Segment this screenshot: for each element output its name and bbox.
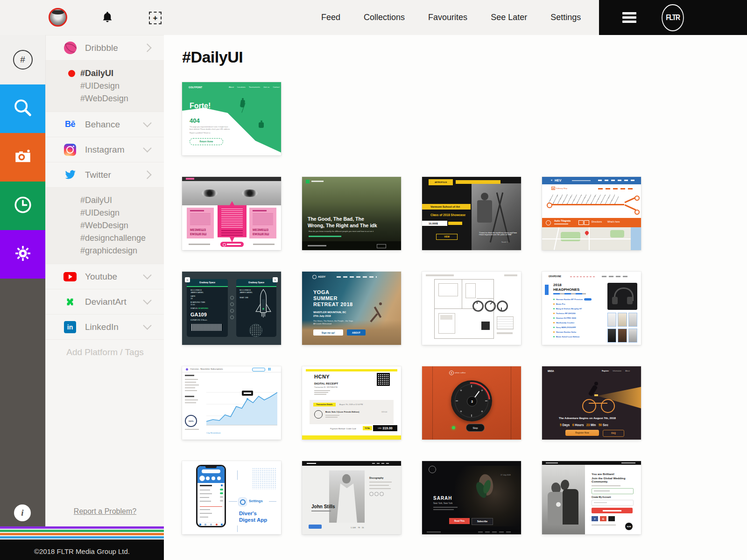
headphone-item[interactable]: Technics RP-DH1200 [556,312,576,315]
card-yoga-retreat[interactable]: AGOY YOGA SUMMER RETREAT 2018 WHISTLER M… [302,272,401,345]
card-digital-receipt[interactable]: HCNY DIGITAL RECEIPT Transaction ID: 181… [302,366,401,440]
sarah-read-button[interactable]: Read This [449,518,470,524]
sidebar-item-linkedin[interactable]: in LinkedIn [46,315,164,340]
yoga-signup-button[interactable]: Sign me up! [313,329,343,336]
sidebar-item-behance[interactable]: Bē Behance [46,112,164,137]
korean-cta-button[interactable] [220,242,244,247]
social-button[interactable] [608,516,615,521]
notifications-bell-icon[interactable] [101,11,114,26]
timer-dial[interactable]: 3 [451,380,492,421]
add-platform-placeholder[interactable]: Add Platform / Tags [46,347,164,357]
total-label: TOTAL [365,427,370,429]
user-avatar[interactable] [49,8,67,27]
timer-stop-button[interactable]: Stop [466,424,485,432]
report-problem-link[interactable]: Report a Problem? [46,507,164,516]
card-john-stills[interactable]: John Stills Discography 1.10K 79 15 [302,461,401,534]
headphone-item[interactable]: Bang & Olufsen Beoplay H7 [556,308,582,310]
wedding-password-field[interactable] [592,500,634,506]
tag-graphicdesign[interactable]: #graphicdesign [46,245,164,257]
headphone-item[interactable]: Beats Solo2 Luxe Edition [556,336,579,338]
golf-return-home-button[interactable]: Return Home [190,138,223,145]
tag-dailyui[interactable]: #DailyUI [46,194,164,207]
headphone-item[interactable]: Harman Kardon BT Premium [556,298,583,301]
card-korean-beauty[interactable]: МЕЗМЕШЗ ЕМЗШЕЗШ МЕЗМЕШЗ ЕМЗШЕЗШ [182,177,281,250]
headphone-item[interactable]: Skullcandy Crusher [556,322,574,324]
card-transit-map[interactable]: ▼ HEV ▦Subway Map Autio Tilagrata [542,177,641,250]
knob-dial-icon[interactable] [472,301,484,312]
nav-collections[interactable]: Collections [364,13,405,22]
tag-designchallenge[interactable]: #designchallenge [46,232,164,245]
card-golf-404[interactable]: GOLFPOINT About Locations Tournaments Jo… [182,82,281,155]
dash-topbar: Overview - Newsletter Subscriptions [182,366,281,372]
card-divers-digest-app[interactable]: Settings Diver's Digest App [182,461,281,534]
rail-media-block[interactable] [0,133,45,182]
headphone-item[interactable]: Stanton DJ PRO 3000 [556,317,576,319]
golf-nav-item[interactable]: Contact [273,86,279,89]
tag-uidesign[interactable]: #UIDesign [46,207,164,219]
card-headphones-guide[interactable]: GRAPEVINE 2018 HEADPHONES Harman Kardon … [542,272,641,345]
stills-cta-decor[interactable] [309,525,322,529]
bike-nav-item[interactable]: Information [613,370,621,372]
card-sarah-feature[interactable]: 17 July 2018 SARAH New York, New York Re… [422,461,521,534]
sidebar-item-youtube[interactable]: Youtube [46,264,164,289]
knob-dial-icon[interactable] [497,301,508,312]
tag-dailyui-active[interactable]: #DailyUI [46,67,164,80]
google-button[interactable]: G [600,516,606,521]
nav-feed[interactable]: Feed [321,13,340,22]
card-coffee-timer[interactable]: 8 white coffee 3 [422,366,521,440]
golf-nav-item[interactable]: Tournaments [249,86,260,89]
card-forest-article[interactable]: The Good, The Bad, The Wrong, The Right … [302,177,401,250]
hamburger-menu-icon[interactable] [622,12,636,25]
nav-see-later[interactable]: See Later [491,13,527,22]
wedding-signup-button[interactable] [592,508,633,513]
facebook-button[interactable]: f [592,516,598,521]
add-content-button[interactable]: + [149,12,162,24]
tag-webdesign[interactable]: #WebDesign [46,219,164,232]
tag-webdesign[interactable]: #WebDesign [46,92,164,105]
city-breakdown-link[interactable]: City Breakdown [206,432,221,434]
top-bar: + Feed Collections Favourites See Later … [0,0,747,35]
headphone-item[interactable]: Sony MDR-ZX310XFF [556,326,576,329]
headphone-item[interactable]: Beats Pro [556,303,565,305]
golf-nav-item[interactable]: Join us [263,86,269,89]
tag-uidesign[interactable]: #UIDesign [46,80,164,92]
yoga-about-button[interactable]: ABOUT [347,329,366,336]
card-space-boarding-pass[interactable]: Gradway Space MCCORMICK JAMES DANIEL GAT… [182,272,281,345]
sidebar-item-twitter[interactable]: Twitter [46,162,164,188]
rail-settings-block[interactable] [0,230,45,279]
transit-directions[interactable]: Directions [592,221,602,224]
golf-nav-item[interactable]: About [229,86,234,89]
left-footer: ©2018 FLTR Media Group Ltd. [0,526,164,560]
card-floorplan[interactable] [422,272,521,345]
nav-settings[interactable]: Settings [550,13,581,22]
sidebar-item-deviantart[interactable]: DeviantArt [46,289,164,315]
sidebar-item-instagram[interactable]: Instagram [46,137,164,162]
bike-nav-item[interactable]: About [625,370,630,372]
golf-report-link[interactable]: Report a problem? Email us [190,132,211,134]
card-art-school[interactable]: ARTROPOLIS Vermont School of Art Class o… [422,177,521,250]
headphone-item[interactable]: Harman Kardon Soho [556,331,576,333]
sarah-subscribe-button[interactable]: Subscribe [472,518,493,525]
card-newsletter-dashboard[interactable]: Overview - Newsletter Subscriptions 100% [182,366,281,440]
sidebar-item-label: Instagram [85,145,124,155]
card-bike-adventure[interactable]: MNSA Register Information About The Adve… [542,366,641,440]
knob-dial-icon[interactable] [485,301,496,312]
transit-map-label[interactable]: ▦Subway Map [551,188,567,190]
info-icon[interactable]: i [14,504,31,521]
card-wedding-community[interactable]: You are Brilliant! Join the Global Weddi… [542,461,641,534]
bike-nav-item[interactable]: Register [602,370,609,372]
rail-search-block[interactable] [0,84,45,133]
nav-favourites[interactable]: Favourites [428,13,467,22]
rail-history-block[interactable] [0,182,45,230]
fltr-logo[interactable]: FLTR [662,4,684,31]
korean-display-word: ЕМЗШЕЗШ [190,232,206,236]
wedding-email-field[interactable] [592,488,634,494]
bike-faq-button[interactable]: FAQ [603,430,624,437]
bike-register-button[interactable]: Register Now [565,430,599,436]
sidebar-item-dribbble[interactable]: Dribbble [46,35,164,61]
transit-whats-here[interactable]: What's here [607,221,620,224]
line-terminus-decor [634,196,640,201]
golf-nav-item[interactable]: Locations [237,86,246,89]
artschool-view-button[interactable]: VIEW [436,234,458,240]
rail-hashtag-block[interactable]: # [0,35,45,84]
